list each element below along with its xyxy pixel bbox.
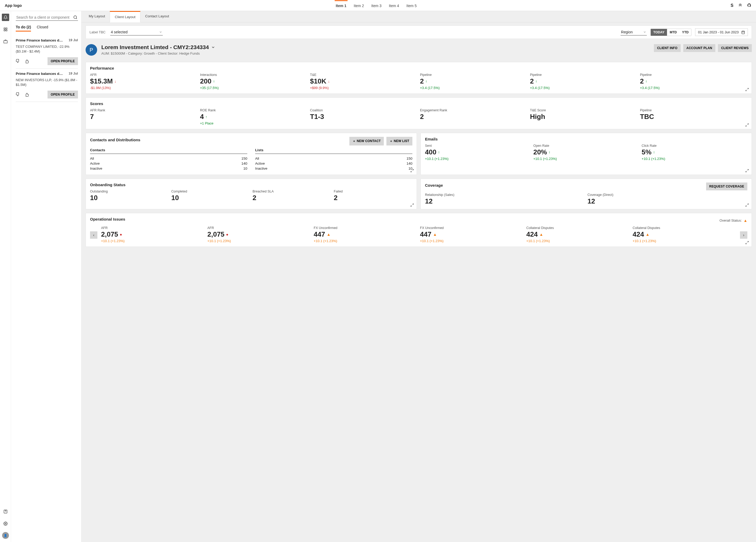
metric-label: Interactions [200, 73, 307, 77]
table-row: Active140 [90, 161, 247, 166]
sidebar: To do (2) Closed Prime Finance balances … [11, 11, 81, 542]
help-icon[interactable] [2, 508, 9, 515]
search-input[interactable] [16, 14, 78, 21]
s-icon[interactable]: S [731, 3, 733, 8]
expand-icon[interactable] [745, 203, 749, 207]
nav-item-4[interactable]: Item 4 [388, 0, 400, 10]
seg-mtd[interactable]: MTD [667, 29, 679, 36]
table-row: Inactive10 [90, 166, 247, 171]
metric-value: 200 ↑ [200, 77, 307, 85]
tab-client-layout[interactable]: Client Layout [110, 11, 140, 22]
svg-rect-8 [742, 31, 745, 34]
metric: Collateral Disputes 424 ▲ +10.1 (+1.23%) [633, 226, 736, 243]
metric-delta: +3.4 (17.5%) [420, 86, 527, 90]
thumbs-up-icon[interactable] [25, 59, 29, 63]
date-range[interactable]: 01 Jan 2023 - 01 Jun 2023 [695, 28, 748, 36]
emails-panel: Emails Sent 400 ↑ +10.1 (+1.23%) Open Ra… [421, 133, 752, 175]
metric: Interactions 200 ↑ +35 (17.5%) [200, 73, 307, 90]
metric: Pipeline 2 ↑ +3.4 (17.5%) [640, 73, 747, 90]
metric-value: T1-3 [310, 113, 417, 121]
client-reviews-button[interactable]: CLIENT REVIEWS [718, 44, 752, 52]
metric-value: 2 ↑ [530, 77, 637, 85]
todo-card: Prime Finance balances declined...19 Jul… [16, 68, 78, 102]
expand-icon[interactable] [745, 88, 749, 91]
github-icon[interactable] [747, 3, 751, 8]
next-button[interactable]: › [740, 231, 747, 239]
metric: Failed 2 [334, 189, 413, 202]
card-title: Prime Finance balances declined... [16, 72, 63, 76]
tab-todo[interactable]: To do (2) [16, 23, 31, 31]
client-info-button[interactable]: CLIENT INFO [654, 44, 681, 52]
open-profile-button[interactable]: OPEN PROFILE [48, 91, 78, 98]
nav-item-1[interactable]: Item 1 [335, 0, 347, 10]
table-row: All150 [255, 156, 412, 161]
metric-delta: +3.4 (17.5%) [640, 86, 747, 90]
user-avatar[interactable]: 👤 [2, 532, 9, 539]
svg-point-7 [74, 16, 77, 19]
expand-icon[interactable] [745, 123, 749, 127]
metric-label: Coverage (Direct) [587, 193, 747, 197]
metric-label: Open Rate [533, 144, 639, 147]
metric: FX Unconfirmed 447 ▲ +10.1 (+1.23%) [314, 226, 417, 243]
metric-label: AFR [90, 73, 197, 77]
metric-delta: +10.1 (+1.23%) [101, 239, 205, 243]
panel-title: Emails [425, 137, 747, 141]
metric-value: 447 ▲ [420, 230, 524, 238]
metric-delta: +1 Place [200, 121, 307, 125]
metric-delta: +10.1 (+1.23%) [314, 239, 417, 243]
metric-delta: -$1.9M (13%) [90, 86, 197, 90]
new-contact-button[interactable]: ＋ NEW CONTACT [349, 137, 384, 145]
open-profile-button[interactable]: OPEN PROFILE [48, 57, 78, 65]
region-select[interactable]: Region [621, 29, 647, 35]
request-coverage-button[interactable]: REQUEST COVERAGE [706, 182, 747, 190]
metric-delta: +3.4 (17.5%) [530, 86, 637, 90]
stack-icon[interactable] [738, 3, 742, 8]
client-avatar: P [86, 44, 97, 56]
new-list-button[interactable]: ＋ NEW LIST [386, 137, 412, 145]
metric-value: High [530, 113, 637, 121]
apps-icon[interactable] [2, 26, 9, 33]
thumbs-down-icon[interactable] [16, 92, 20, 97]
nav-item-5[interactable]: Item 5 [405, 0, 418, 10]
metric-label: Relationship (Sales) [425, 193, 585, 197]
expand-icon[interactable] [410, 203, 414, 207]
expand-icon[interactable] [410, 169, 414, 172]
prev-button[interactable]: ‹ [90, 231, 97, 239]
seg-ytd[interactable]: YTD [679, 29, 691, 36]
table-row: All150 [90, 156, 247, 161]
metric-label: FX Unconfirmed [420, 226, 524, 230]
metric-value: 10 [171, 194, 250, 202]
metric: Click Rate 5% ↑ +10.1 (+1.23%) [642, 144, 747, 161]
expand-icon[interactable] [745, 169, 749, 172]
metric: Open Rate 20% ↑ +10.1 (+1.23%) [533, 144, 639, 161]
nav-item-2[interactable]: Item 2 [353, 0, 365, 10]
svg-rect-1 [6, 28, 7, 29]
metric-label: Sent [425, 144, 531, 147]
bell-icon[interactable] [2, 14, 9, 21]
panel-title: Onboarding Status [90, 182, 412, 187]
tab-my-layout[interactable]: My Layout [84, 11, 110, 22]
tab-closed[interactable]: Closed [37, 23, 48, 31]
left-rail: 👤 [0, 11, 11, 542]
metric-value: 400 ↑ [425, 148, 531, 156]
briefcase-icon[interactable] [2, 38, 9, 45]
tab-contact-layout[interactable]: Contact Layout [140, 11, 174, 22]
client-title[interactable]: Lorem Investment Limted - CMY2:234334 [101, 44, 215, 50]
onboarding-panel: Onboarding Status Outstanding 10 Complet… [86, 178, 417, 209]
account-plan-button[interactable]: ACCOUNT PLAN [683, 44, 715, 52]
svg-rect-0 [4, 28, 5, 29]
metric: AFR 2,075 ● +10.1 (+1.23%) [101, 226, 205, 243]
panel-title: Contacts and Distributions [90, 138, 140, 142]
thumbs-down-icon[interactable] [16, 59, 20, 63]
gear-icon[interactable] [2, 520, 9, 527]
metric-label: FX Unconfirmed [314, 226, 417, 230]
thumbs-up-icon[interactable] [25, 92, 29, 97]
filter-select[interactable]: 4 selected [110, 29, 163, 35]
metric-value: 2 [420, 113, 527, 121]
search-field[interactable] [16, 15, 73, 19]
metric-label: Outstanding [90, 189, 169, 193]
nav-item-3[interactable]: Item 3 [370, 0, 382, 10]
metric: AFR 2,075 ● +10.1 (+1.23%) [207, 226, 311, 243]
seg-today[interactable]: TODAY [651, 29, 667, 36]
expand-icon[interactable] [745, 241, 749, 244]
